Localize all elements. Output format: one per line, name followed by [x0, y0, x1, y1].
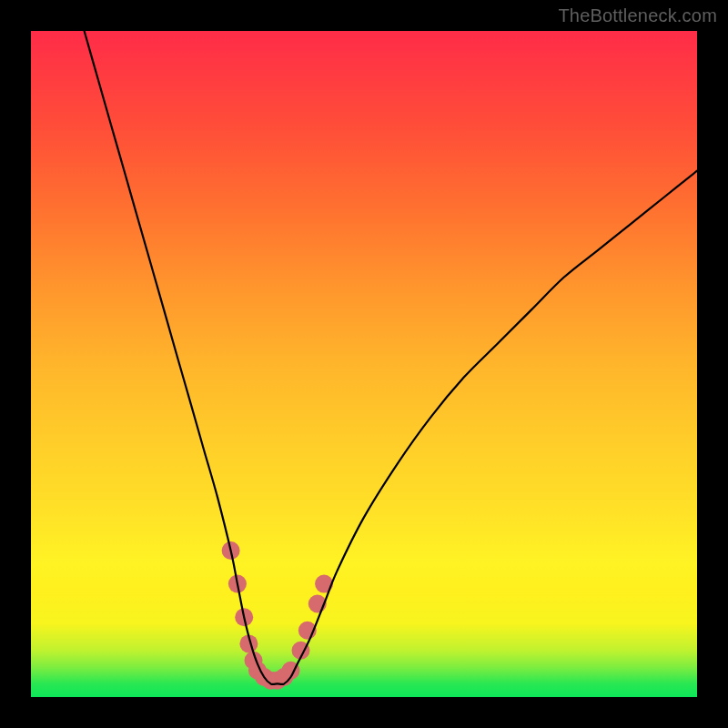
- bottleneck-curve: [85, 31, 697, 684]
- chart-frame: TheBottleneck.com: [0, 0, 728, 728]
- plot-area: [31, 31, 697, 697]
- chart-svg: [31, 31, 697, 697]
- highlight-dot: [315, 575, 333, 593]
- highlight-dots-group: [222, 541, 334, 690]
- watermark-label: TheBottleneck.com: [558, 5, 717, 26]
